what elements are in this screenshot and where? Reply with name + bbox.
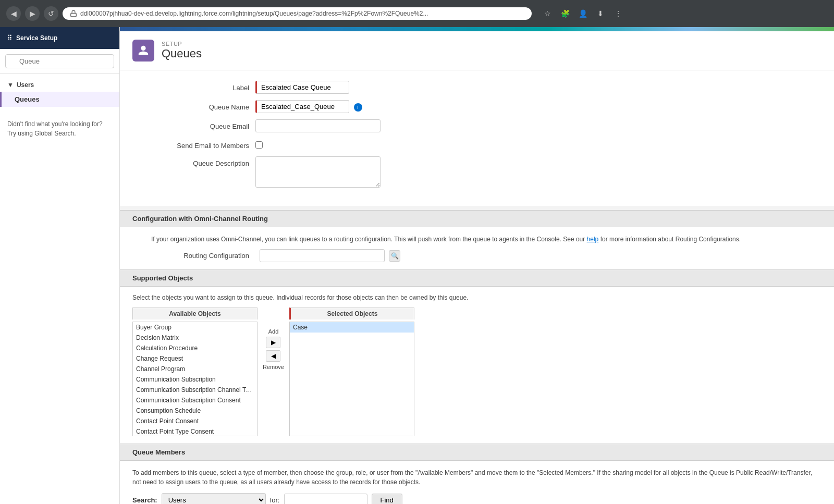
- available-object-item[interactable]: Communication Subscription Consent: [133, 395, 257, 405]
- queue-description-wrap: [255, 156, 803, 189]
- queue-name-info-icon[interactable]: i: [354, 103, 362, 112]
- members-description: To add members to this queue, select a t…: [132, 468, 821, 487]
- queues-icon: [132, 40, 154, 62]
- top-banner: [120, 27, 834, 31]
- grid-icon: ⠿: [7, 34, 12, 42]
- refresh-button[interactable]: ↺: [44, 6, 58, 21]
- app-name: Service Setup: [16, 34, 57, 42]
- star-button[interactable]: ☆: [540, 6, 555, 21]
- send-email-checkbox[interactable]: [255, 141, 263, 149]
- sidebar-search-input[interactable]: [5, 54, 114, 68]
- dual-list: Available Objects Buyer GroupDecision Ma…: [132, 308, 821, 436]
- queue-name-input[interactable]: [255, 100, 349, 113]
- queue-name-row: Queue Name i: [151, 100, 803, 113]
- queue-name-wrap: i: [255, 100, 803, 113]
- chevron-down-icon: ▼: [7, 81, 14, 89]
- selected-object-item[interactable]: Case: [290, 322, 414, 333]
- page-title: Queues: [162, 47, 202, 60]
- page-header-text: SETUP Queues: [162, 41, 202, 60]
- available-objects-label: Available Objects: [132, 308, 257, 319]
- list-controls: Add ▶ ◀ Remove: [257, 328, 289, 370]
- form-section: Label Queue Name i Queue Email: [120, 70, 834, 206]
- send-email-wrap: [255, 139, 803, 150]
- label-field-wrap: [255, 81, 803, 94]
- queue-members-title: Queue Members: [132, 448, 185, 456]
- available-object-item[interactable]: Contact Point Consent: [133, 416, 257, 426]
- available-object-item[interactable]: Communication Subscription: [133, 374, 257, 385]
- hint-line2: Try using Global Search.: [7, 130, 76, 137]
- send-email-label: Send Email to Members: [151, 139, 255, 150]
- forward-button[interactable]: ▶: [25, 6, 40, 21]
- find-button[interactable]: Find: [372, 494, 402, 504]
- browser-icons: ☆ 🧩 👤 ⬇ ⋮: [540, 6, 626, 21]
- available-object-item[interactable]: Decision Matrix: [133, 333, 257, 343]
- sidebar-nav: ▼ Users Queues: [0, 74, 119, 111]
- members-search-label: Search:: [132, 496, 157, 504]
- sidebar-item-queues[interactable]: Queues: [0, 92, 119, 107]
- help-link[interactable]: help: [587, 236, 599, 243]
- config-description: If your organization uses Omni-Channel, …: [151, 235, 803, 244]
- routing-config-input[interactable]: [260, 249, 385, 262]
- supported-objects-title: Supported Objects: [132, 274, 193, 282]
- remove-label: Remove: [263, 364, 284, 370]
- sidebar-hint: Didn't find what you're looking for? Try…: [0, 111, 119, 146]
- sidebar-section-label: Users: [17, 81, 34, 89]
- members-for-input[interactable]: [284, 494, 367, 504]
- main-content: SETUP Queues Label Queue Name i: [120, 27, 834, 504]
- sidebar-search: 🔍: [0, 49, 119, 74]
- lookup-icon[interactable]: 🔍: [389, 250, 400, 262]
- config-body: If your organization uses Omni-Channel, …: [120, 227, 834, 269]
- routing-row: Routing Configuration 🔍: [151, 249, 803, 262]
- available-object-item[interactable]: Calculation Procedure: [133, 343, 257, 353]
- profile-button[interactable]: 👤: [575, 6, 590, 21]
- available-object-item[interactable]: Channel Program: [133, 364, 257, 374]
- for-label: for:: [270, 496, 280, 504]
- selected-objects-label: Selected Objects: [289, 308, 414, 319]
- add-button[interactable]: ▶: [266, 337, 280, 348]
- selected-objects-list[interactable]: Case: [289, 322, 414, 436]
- members-search-row: Search: Users Roles Groups Public Groups…: [132, 493, 821, 504]
- available-object-item[interactable]: Contact Point Type Consent: [133, 426, 257, 436]
- download-button[interactable]: ⬇: [593, 6, 608, 21]
- sidebar-header: ⠿ Service Setup: [0, 27, 119, 49]
- url-text: ddl000007pjhhua0-dev-ed.develop.lightnin…: [80, 10, 524, 17]
- svg-rect-0: [71, 13, 77, 16]
- objects-description: Select the objects you want to assign to…: [132, 294, 821, 301]
- address-bar[interactable]: ddl000007pjhhua0-dev-ed.develop.lightnin…: [63, 7, 532, 20]
- config-title: Configuration with Omni-Channel Routing: [132, 215, 268, 223]
- queue-email-input[interactable]: [255, 119, 381, 132]
- label-input[interactable]: [255, 81, 349, 94]
- queue-description-textarea[interactable]: [255, 156, 381, 188]
- remove-button[interactable]: ◀: [266, 350, 280, 362]
- supported-objects-section-header: Supported Objects: [120, 269, 834, 287]
- queue-email-label: Queue Email: [151, 119, 255, 130]
- members-body: To add members to this queue, select a t…: [120, 461, 834, 504]
- available-object-item[interactable]: Consumption Schedule: [133, 405, 257, 416]
- setup-label: SETUP: [162, 41, 202, 47]
- available-objects-wrap: Available Objects Buyer GroupDecision Ma…: [132, 308, 257, 436]
- back-button[interactable]: ◀: [6, 6, 21, 21]
- queue-description-row: Queue Description: [151, 156, 803, 189]
- label-row: Label: [151, 81, 803, 94]
- label-field-label: Label: [151, 81, 255, 92]
- available-objects-list[interactable]: Buyer GroupDecision MatrixCalculation Pr…: [132, 322, 257, 436]
- hint-line1: Didn't find what you're looking for?: [7, 120, 103, 128]
- sidebar-item-label: Queues: [15, 95, 40, 103]
- available-object-item[interactable]: Change Request: [133, 353, 257, 364]
- available-object-item[interactable]: Communication Subscription Channel Type: [133, 385, 257, 395]
- page-header: SETUP Queues: [120, 31, 834, 70]
- members-search-select[interactable]: Users Roles Groups Public Groups: [162, 493, 266, 504]
- sidebar: ⠿ Service Setup 🔍 ▼ Users Queues Didn't …: [0, 27, 120, 504]
- queue-name-label: Queue Name: [151, 100, 255, 111]
- queue-description-label: Queue Description: [151, 156, 255, 167]
- config-section-header: Configuration with Omni-Channel Routing: [120, 210, 834, 227]
- objects-body: Select the objects you want to assign to…: [120, 287, 834, 444]
- send-email-row: Send Email to Members: [151, 139, 803, 150]
- queue-members-section-header: Queue Members: [120, 444, 834, 461]
- sidebar-section-users[interactable]: ▼ Users: [0, 78, 119, 92]
- extensions-button[interactable]: 🧩: [558, 6, 572, 21]
- routing-config-label: Routing Configuration: [151, 252, 255, 260]
- selected-objects-wrap: Selected Objects Case: [289, 308, 414, 436]
- menu-button[interactable]: ⋮: [611, 6, 626, 21]
- available-object-item[interactable]: Buyer Group: [133, 322, 257, 333]
